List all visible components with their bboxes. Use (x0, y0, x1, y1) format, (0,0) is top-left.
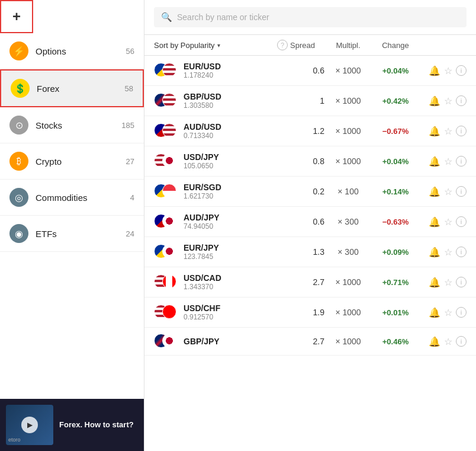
row-multipl: × 1000 (324, 337, 372, 346)
table-row[interactable]: USD/JPY 105.0650 0.8× 1000+0.04% 🔔 ☆ i (144, 146, 476, 177)
star-icon[interactable]: ☆ (444, 247, 452, 258)
options-icon: ⚡ (9, 41, 28, 60)
info-icon[interactable]: i (456, 216, 467, 227)
pair-name: USD/CAD (184, 273, 221, 283)
row-spread: 1.9 (277, 308, 324, 317)
bell-icon[interactable]: 🔔 (429, 277, 440, 288)
row-spread: 0.6 (277, 217, 324, 226)
sort-by-popularity-button[interactable]: Sort by Popularity ▾ (154, 41, 220, 50)
main-content: 🔍 Sort by Popularity ▾ ? Spread Multipl.… (144, 0, 476, 451)
options-label: Options (36, 46, 121, 56)
pair-name: EUR/SGD (184, 183, 221, 192)
star-icon[interactable]: ☆ (444, 95, 452, 107)
row-actions: 🔔 ☆ i (419, 247, 467, 258)
row-pair: GBP/USD 1.303580 (154, 92, 277, 110)
row-actions: 🔔 ☆ i (419, 186, 467, 197)
etfs-count: 24 (126, 229, 134, 238)
info-icon[interactable]: i (456, 65, 467, 76)
row-multipl: × 1000 (324, 277, 372, 287)
row-actions: 🔔 ☆ i (419, 307, 467, 318)
row-change: −0.63% (372, 217, 419, 226)
row-multipl: × 300 (324, 217, 372, 226)
info-icon[interactable]: i (456, 156, 467, 167)
row-multipl: × 100 (324, 187, 372, 196)
table-row[interactable]: USD/CAD 1.343370 2.7× 1000+0.71% 🔔 ☆ i (144, 267, 476, 298)
row-actions: 🔔 ☆ i (419, 216, 467, 228)
table-row[interactable]: EUR/JPY 123.7845 1.3× 300+0.09% 🔔 ☆ i (144, 237, 476, 267)
bell-icon[interactable]: 🔔 (429, 126, 440, 137)
info-icon[interactable]: i (456, 126, 467, 136)
sidebar-item-commodities[interactable]: ◎ Commodities 4 (0, 180, 144, 216)
pair-price: 1.303580 (184, 101, 221, 110)
table-row[interactable]: USD/CHF 0.912570 1.9× 1000+0.01% 🔔 ☆ i (144, 298, 476, 328)
info-icon[interactable]: i (456, 277, 467, 287)
flag-pair-icon (154, 184, 178, 199)
sidebar-item-forex[interactable]: 💲 Forex 58 (0, 69, 144, 107)
bell-icon[interactable]: 🔔 (429, 247, 440, 258)
promo-card[interactable]: ▶ etoro Forex. How to start? (0, 399, 144, 451)
info-icon[interactable]: i (456, 95, 467, 106)
promo-thumbnail: ▶ etoro (6, 405, 53, 445)
star-icon[interactable]: ☆ (444, 216, 452, 228)
row-spread: 2.7 (277, 277, 324, 287)
bell-icon[interactable]: 🔔 (429, 156, 440, 167)
row-change: +0.04% (372, 66, 419, 75)
bell-icon[interactable]: 🔔 (429, 65, 440, 76)
table-row[interactable]: AUD/JPY 74.94050 0.6× 300−0.63% 🔔 ☆ i (144, 207, 476, 237)
pair-name: AUD/JPY (184, 213, 220, 222)
table-body: EUR/USD 1.178240 0.6× 1000+0.04% 🔔 ☆ i G… (144, 56, 476, 451)
bell-icon[interactable]: 🔔 (429, 186, 440, 197)
info-icon[interactable]: i (456, 336, 467, 347)
pair-name: EUR/JPY (184, 243, 219, 252)
info-icon[interactable]: i (456, 247, 467, 257)
star-icon[interactable]: ☆ (444, 65, 452, 76)
col-multipl-header: Multipl. (324, 41, 372, 50)
flag-pair-icon (154, 93, 178, 108)
table-row[interactable]: EUR/SGD 1.621730 0.2× 100+0.14% 🔔 ☆ i (144, 177, 476, 207)
table-row[interactable]: AUD/USD 0.713340 1.2× 1000−0.67% 🔔 ☆ i (144, 116, 476, 146)
star-icon[interactable]: ☆ (444, 307, 452, 318)
etfs-label: ETFs (36, 229, 121, 239)
table-row[interactable]: GBP/USD 1.303580 1× 1000+0.42% 🔔 ☆ i (144, 86, 476, 116)
table-row[interactable]: EUR/USD 1.178240 0.6× 1000+0.04% 🔔 ☆ i (144, 56, 476, 86)
options-count: 56 (126, 47, 134, 56)
bell-icon[interactable]: 🔔 (429, 95, 440, 107)
row-multipl: × 1000 (324, 308, 372, 317)
add-button[interactable]: + (0, 0, 33, 33)
bell-icon[interactable]: 🔔 (429, 336, 440, 347)
star-icon[interactable]: ☆ (444, 277, 452, 288)
star-icon[interactable]: ☆ (444, 126, 452, 137)
forex-count: 58 (125, 84, 133, 93)
star-icon[interactable]: ☆ (444, 186, 452, 197)
table-row[interactable]: GBP/JPY 2.7× 1000+0.46% 🔔 ☆ i (144, 328, 476, 356)
row-change: −0.67% (372, 127, 419, 136)
play-button[interactable]: ▶ (21, 417, 38, 433)
pair-price: 0.713340 (184, 132, 221, 140)
promo-img-watermark: etoro (8, 437, 21, 443)
star-icon[interactable]: ☆ (444, 156, 452, 167)
row-spread: 0.6 (277, 66, 324, 75)
info-icon[interactable]: i (456, 307, 467, 318)
row-spread: 0.2 (277, 187, 324, 196)
row-pair: GBP/JPY (154, 334, 277, 349)
crypto-count: 27 (126, 157, 134, 166)
flag-pair-icon (154, 214, 178, 229)
sidebar-item-crypto[interactable]: ₿ Crypto 27 (0, 143, 144, 180)
pair-price: 74.94050 (184, 222, 220, 231)
flag-pair-icon (154, 334, 178, 349)
sidebar-item-stocks[interactable]: ⊙ Stocks 185 (0, 107, 144, 143)
stocks-count: 185 (121, 121, 134, 130)
sidebar-item-etfs[interactable]: ◉ ETFs 24 (0, 216, 144, 252)
pair-name: USD/CHF (184, 303, 220, 313)
search-input[interactable] (177, 12, 459, 22)
bell-icon[interactable]: 🔔 (429, 307, 440, 318)
spread-info-icon[interactable]: ? (277, 40, 288, 50)
row-actions: 🔔 ☆ i (419, 277, 467, 288)
search-input-wrap: 🔍 (154, 7, 467, 27)
bell-icon[interactable]: 🔔 (429, 216, 440, 228)
sidebar-item-options[interactable]: ⚡ Options 56 (0, 33, 144, 69)
star-icon[interactable]: ☆ (444, 336, 452, 347)
sidebar: + ⚡ Options 56 💲 Forex 58 ⊙ Stocks 185 ₿… (0, 0, 144, 451)
info-icon[interactable]: i (456, 186, 467, 197)
flag-pair-icon (154, 153, 178, 169)
